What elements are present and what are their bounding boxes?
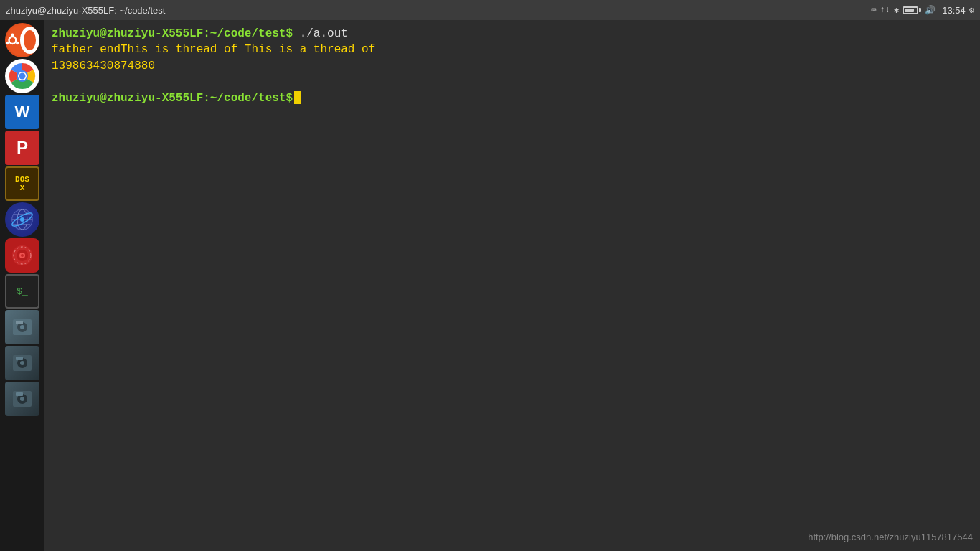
dock-item-dosbox[interactable]: DOS X — [5, 166, 39, 201]
dock-item-disk2[interactable] — [5, 346, 39, 380]
bluetooth-icon: ✱ — [894, 5, 899, 16]
keyboard-indicator: ⌨ — [871, 5, 876, 16]
titlebar: zhuziyu@zhuziyu-X555LF: ~/code/test ⌨ ↑↓… — [0, 0, 980, 20]
terminal-line-2: zhuziyu@zhuziyu-X555LF:~/code/test$ — [52, 90, 973, 106]
dock-item-disk1[interactable] — [5, 310, 39, 344]
svg-rect-25 — [16, 321, 23, 324]
svg-point-28 — [20, 361, 24, 365]
volume-icon: 🔊 — [925, 5, 936, 16]
music-logo — [11, 244, 34, 267]
dock: W P DOS X — [0, 20, 44, 551]
terminal-output-1: father endThis is thread of This is a th… — [52, 42, 973, 57]
dock-item-chrome[interactable] — [5, 59, 39, 93]
svg-rect-29 — [16, 357, 23, 360]
svg-point-3 — [16, 42, 19, 44]
svg-point-24 — [20, 325, 24, 329]
pres-label: P — [17, 138, 28, 158]
battery-tip — [919, 8, 921, 12]
network-icon: ↑↓ — [880, 5, 890, 15]
terminal-content: $_ — [17, 286, 28, 297]
ubuntu-logo — [5, 28, 20, 52]
prompt-1: zhuziyu@zhuziyu-X555LF:~/code/test$ — [52, 27, 293, 40]
dock-item-music[interactable] — [5, 238, 39, 273]
titlebar-title: zhuziyu@zhuziyu-X555LF: ~/code/test — [6, 5, 165, 16]
dock-item-terminal[interactable]: $_ — [5, 274, 39, 309]
dock-item-globe[interactable] — [5, 202, 39, 237]
clock: 13:54 — [942, 5, 966, 16]
svg-point-8 — [19, 73, 26, 80]
terminal-line-blank — [52, 74, 973, 90]
tray-area: ⌨ ↑↓ ✱ 🔊 13:54 ⚙ — [871, 5, 974, 16]
battery-fill — [905, 9, 914, 12]
svg-point-2 — [11, 33, 14, 36]
settings-icon[interactable]: ⚙ — [969, 5, 974, 16]
dock-item-ubuntu[interactable] — [5, 23, 39, 57]
terminal-line-1: zhuziyu@zhuziyu-X555LF:~/code/test$ ./a.… — [52, 26, 973, 42]
terminal-window[interactable]: zhuziyu@zhuziyu-X555LF:~/code/test$ ./a.… — [44, 20, 980, 551]
chrome-logo — [8, 62, 37, 90]
disk1-icon — [10, 315, 34, 339]
wps-label: W — [15, 103, 30, 121]
disk3-icon — [10, 387, 34, 411]
svg-point-20 — [21, 254, 24, 257]
cursor — [294, 91, 301, 104]
svg-point-16 — [20, 217, 24, 222]
main-layout: W P DOS X — [0, 20, 980, 551]
watermark: http://blog.csdn.net/zhuziyu1157817544 — [808, 531, 973, 544]
battery-body — [903, 6, 918, 14]
dock-item-disk3[interactable] — [5, 382, 39, 416]
prompt-2: zhuziyu@zhuziyu-X555LF:~/code/test$ — [52, 92, 293, 105]
terminal-output-2: 139863430874880 — [52, 58, 973, 74]
svg-point-4 — [6, 42, 9, 44]
command-1: ./a.out — [293, 27, 348, 40]
svg-rect-33 — [16, 392, 23, 396]
svg-point-32 — [20, 397, 24, 401]
globe-logo — [10, 207, 34, 232]
disk2-icon — [10, 351, 34, 375]
dosbox-label: DOS X — [15, 175, 29, 192]
dock-item-wps[interactable]: W — [5, 95, 39, 129]
battery-icon — [903, 6, 921, 14]
dock-item-presentation[interactable]: P — [5, 131, 39, 165]
